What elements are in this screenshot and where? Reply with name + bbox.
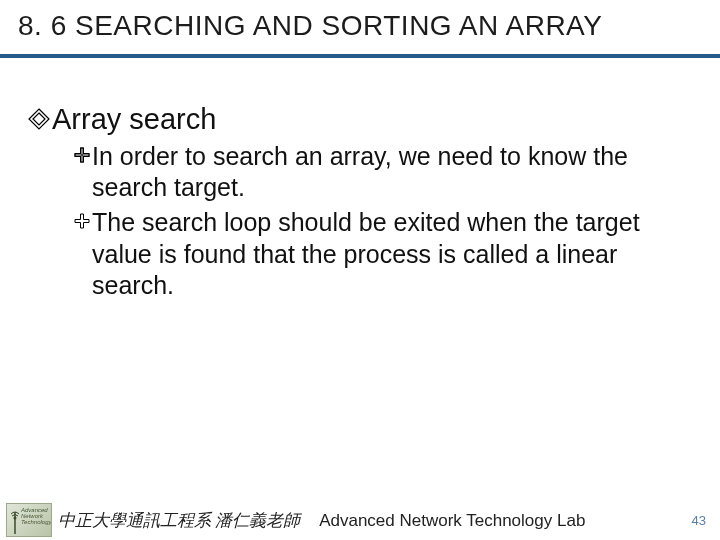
antenna-icon [9, 508, 21, 534]
slide-body: Array search In order to search an array… [0, 58, 720, 301]
footer: Advanced Network Technology 中正大學通訊工程系 潘仁… [0, 500, 720, 540]
slide-title: 8. 6 SEARCHING AND SORTING AN ARRAY [18, 10, 702, 42]
page-number: 43 [692, 513, 706, 528]
section-heading: Array search [52, 102, 216, 137]
title-area: 8. 6 SEARCHING AND SORTING AN ARRAY [0, 0, 720, 58]
cross-bullet-icon [74, 213, 90, 233]
section-heading-row: Array search [28, 102, 692, 137]
bullet-text: In order to search an array, we need to … [92, 141, 682, 204]
slide: 8. 6 SEARCHING AND SORTING AN ARRAY Arra… [0, 0, 720, 540]
footer-logo: Advanced Network Technology [6, 503, 52, 537]
svg-marker-0 [29, 109, 49, 129]
list-item: The search loop should be exited when th… [28, 207, 692, 301]
list-item: In order to search an array, we need to … [28, 141, 692, 204]
logo-text-line: Technology [21, 519, 49, 525]
cross-bullet-icon [74, 147, 90, 167]
footer-zh: 中正大學通訊工程系 潘仁義老師 [58, 511, 300, 530]
diamond-bullet-icon [28, 108, 50, 134]
svg-point-7 [14, 517, 17, 520]
footer-text: 中正大學通訊工程系 潘仁義老師 Advanced Network Technol… [58, 509, 585, 532]
svg-marker-1 [33, 113, 45, 125]
bullet-text: The search loop should be exited when th… [92, 207, 682, 301]
footer-lab: Advanced Network Technology Lab [319, 511, 585, 530]
